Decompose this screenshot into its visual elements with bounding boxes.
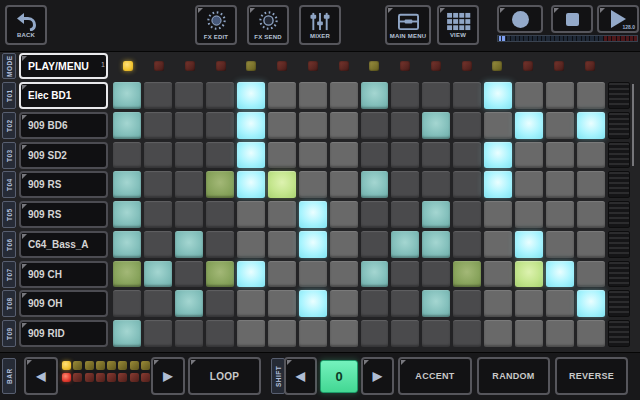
step-cell-r2-c12[interactable]	[453, 112, 481, 139]
step-cell-r2-c16[interactable]	[577, 112, 605, 139]
row-fader-6[interactable]	[608, 231, 630, 258]
step-cell-r5-c1[interactable]	[113, 201, 141, 228]
view-button[interactable]: VIEW	[437, 5, 479, 45]
step-cell-r2-c3[interactable]	[175, 112, 203, 139]
row-fader-5[interactable]	[608, 201, 630, 228]
step-cell-r9-c15[interactable]	[546, 320, 574, 347]
row-fader-8[interactable]	[608, 290, 630, 317]
step-cell-r8-c4[interactable]	[206, 290, 234, 317]
step-cell-r1-c3[interactable]	[175, 82, 203, 109]
step-cell-r7-c5[interactable]	[237, 261, 265, 288]
step-cell-r3-c4[interactable]	[206, 142, 234, 169]
step-cell-r8-c3[interactable]	[175, 290, 203, 317]
step-cell-r4-c11[interactable]	[422, 171, 450, 198]
step-cell-r1-c7[interactable]	[299, 82, 327, 109]
row-fader-3[interactable]	[608, 142, 630, 169]
step-cell-r7-c3[interactable]	[175, 261, 203, 288]
step-cell-r9-c2[interactable]	[144, 320, 172, 347]
step-cell-r9-c3[interactable]	[175, 320, 203, 347]
step-cell-r6-c14[interactable]	[515, 231, 543, 258]
step-cell-r3-c1[interactable]	[113, 142, 141, 169]
row-fader-7[interactable]	[608, 261, 630, 288]
step-cell-r8-c10[interactable]	[391, 290, 419, 317]
step-cell-r2-c2[interactable]	[144, 112, 172, 139]
step-cell-r5-c12[interactable]	[453, 201, 481, 228]
track-tab-6[interactable]: T06	[2, 231, 16, 258]
step-cell-r3-c11[interactable]	[422, 142, 450, 169]
step-cell-r8-c11[interactable]	[422, 290, 450, 317]
step-cell-r4-c4[interactable]	[206, 171, 234, 198]
step-cell-r2-c8[interactable]	[330, 112, 358, 139]
step-cell-r5-c14[interactable]	[515, 201, 543, 228]
step-cell-r2-c6[interactable]	[268, 112, 296, 139]
step-cell-r9-c11[interactable]	[422, 320, 450, 347]
step-cell-r6-c16[interactable]	[577, 231, 605, 258]
step-cell-r2-c10[interactable]	[391, 112, 419, 139]
step-cell-r7-c13[interactable]	[484, 261, 512, 288]
step-cell-r6-c11[interactable]	[422, 231, 450, 258]
track-name-button-2[interactable]: 909 BD6	[19, 112, 108, 139]
mode-tab[interactable]: MODE	[2, 53, 16, 79]
step-cell-r3-c12[interactable]	[453, 142, 481, 169]
step-cell-r9-c9[interactable]	[361, 320, 389, 347]
shift-tab[interactable]: SHIFT	[271, 358, 285, 394]
step-cell-r4-c13[interactable]	[484, 171, 512, 198]
step-cell-r6-c7[interactable]	[299, 231, 327, 258]
track-tab-9[interactable]: T09	[2, 320, 16, 347]
track-name-button-8[interactable]: 909 OH	[19, 290, 108, 317]
step-cell-r9-c16[interactable]	[577, 320, 605, 347]
step-cell-r5-c4[interactable]	[206, 201, 234, 228]
step-cell-r4-c8[interactable]	[330, 171, 358, 198]
step-cell-r9-c14[interactable]	[515, 320, 543, 347]
step-cell-r9-c13[interactable]	[484, 320, 512, 347]
step-cell-r4-c15[interactable]	[546, 171, 574, 198]
track-name-button-6[interactable]: C64_Bass_A	[19, 231, 108, 258]
step-cell-r5-c10[interactable]	[391, 201, 419, 228]
step-cell-r5-c15[interactable]	[546, 201, 574, 228]
step-cell-r2-c1[interactable]	[113, 112, 141, 139]
step-cell-r8-c2[interactable]	[144, 290, 172, 317]
step-cell-r4-c6[interactable]	[268, 171, 296, 198]
step-cell-r1-c1[interactable]	[113, 82, 141, 109]
step-cell-r1-c2[interactable]	[144, 82, 172, 109]
step-cell-r6-c12[interactable]	[453, 231, 481, 258]
step-cell-r4-c14[interactable]	[515, 171, 543, 198]
mixer-button[interactable]: MIXER	[299, 5, 341, 45]
step-cell-r8-c15[interactable]	[546, 290, 574, 317]
step-cell-r9-c4[interactable]	[206, 320, 234, 347]
step-cell-r7-c9[interactable]	[361, 261, 389, 288]
step-cell-r1-c8[interactable]	[330, 82, 358, 109]
step-cell-r2-c7[interactable]	[299, 112, 327, 139]
step-cell-r6-c9[interactable]	[361, 231, 389, 258]
step-cell-r1-c15[interactable]	[546, 82, 574, 109]
step-cell-r5-c6[interactable]	[268, 201, 296, 228]
step-cell-r5-c7[interactable]	[299, 201, 327, 228]
step-cell-r6-c5[interactable]	[237, 231, 265, 258]
shift-next-button[interactable]: ▶	[361, 357, 394, 395]
step-cell-r9-c8[interactable]	[330, 320, 358, 347]
step-cell-r3-c13[interactable]	[484, 142, 512, 169]
fx-edit-button[interactable]: FX EDIT	[195, 5, 237, 45]
step-cell-r4-c10[interactable]	[391, 171, 419, 198]
step-cell-r7-c12[interactable]	[453, 261, 481, 288]
step-cell-r7-c6[interactable]	[268, 261, 296, 288]
bar-next-button[interactable]: ▶	[151, 357, 185, 395]
step-cell-r7-c10[interactable]	[391, 261, 419, 288]
track-tab-8[interactable]: T08	[2, 290, 16, 317]
step-cell-r3-c15[interactable]	[546, 142, 574, 169]
step-cell-r1-c5[interactable]	[237, 82, 265, 109]
row-fader-4[interactable]	[608, 171, 630, 198]
step-cell-r1-c11[interactable]	[422, 82, 450, 109]
step-cell-r4-c9[interactable]	[361, 171, 389, 198]
step-cell-r2-c5[interactable]	[237, 112, 265, 139]
step-cell-r3-c6[interactable]	[268, 142, 296, 169]
track-name-button-5[interactable]: 909 RS	[19, 201, 108, 228]
reverse-button[interactable]: REVERSE	[555, 357, 628, 395]
accent-button[interactable]: ACCENT	[398, 357, 472, 395]
step-cell-r3-c5[interactable]	[237, 142, 265, 169]
step-cell-r5-c5[interactable]	[237, 201, 265, 228]
step-cell-r7-c1[interactable]	[113, 261, 141, 288]
step-cell-r6-c6[interactable]	[268, 231, 296, 258]
step-cell-r8-c1[interactable]	[113, 290, 141, 317]
step-cell-r9-c6[interactable]	[268, 320, 296, 347]
